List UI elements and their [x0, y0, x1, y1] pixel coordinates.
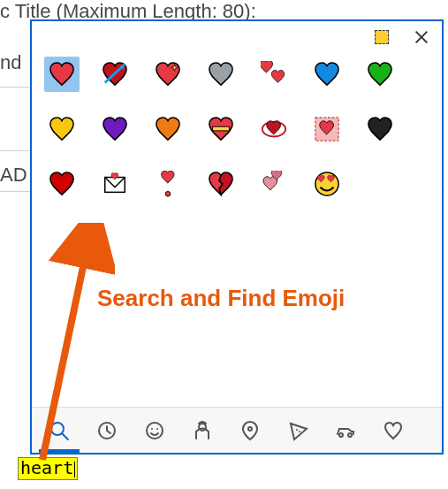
emoji-panel-titlebar — [32, 21, 442, 48]
emoji-yellow-heart[interactable] — [44, 111, 80, 147]
category-symbols[interactable] — [380, 413, 406, 448]
emoji-heavy-red-heart[interactable] — [44, 166, 80, 202]
svg-point-16 — [299, 431, 300, 432]
emoji-beating-heart[interactable] — [256, 111, 292, 147]
svg-line-19 — [42, 233, 90, 460]
selection-marker-icon — [375, 30, 389, 44]
svg-point-11 — [151, 428, 153, 430]
emoji-revolving-hearts[interactable] — [256, 57, 292, 92]
svg-point-5 — [165, 191, 171, 196]
svg-point-18 — [348, 433, 352, 437]
emoji-grey-heart[interactable] — [203, 57, 239, 92]
svg-point-10 — [147, 423, 163, 439]
svg-point-14 — [248, 427, 252, 431]
svg-rect-1 — [213, 126, 230, 131]
emoji-love-letter[interactable] — [97, 166, 133, 202]
annotation-arrow — [27, 223, 115, 470]
emoji-black-heart[interactable] — [362, 111, 398, 147]
emoji-heart-decoration[interactable] — [309, 111, 345, 147]
emoji-broken-heart[interactable] — [203, 166, 239, 202]
emoji-heart-with-arrow[interactable] — [97, 57, 133, 92]
emoji-orange-heart[interactable] — [150, 111, 186, 147]
svg-point-12 — [156, 428, 158, 430]
svg-point-15 — [296, 429, 298, 431]
emoji-green-heart[interactable] — [362, 57, 398, 92]
category-food[interactable] — [285, 413, 311, 448]
background-text: nd — [0, 51, 21, 74]
emoji-blue-heart[interactable] — [309, 57, 345, 92]
svg-point-17 — [339, 433, 343, 437]
emoji-heart-eyes-face[interactable] — [309, 166, 345, 202]
emoji-heart-with-ribbon[interactable] — [203, 111, 239, 147]
background-text: AD — [0, 164, 27, 187]
close-button[interactable] — [414, 29, 429, 45]
emoji-purple-heart[interactable] — [97, 111, 133, 147]
category-transport[interactable] — [332, 413, 359, 448]
emoji-two-hearts[interactable] — [256, 166, 292, 202]
emoji-sparkling-heart[interactable] — [150, 57, 186, 92]
annotation-label: Search and Find Emoji — [97, 285, 345, 312]
category-smileys[interactable] — [141, 413, 168, 448]
category-places[interactable] — [237, 413, 263, 448]
emoji-heavy-heart-exclamation[interactable] — [150, 166, 186, 202]
emoji-red-heart[interactable] — [44, 57, 80, 92]
category-people[interactable] — [189, 413, 216, 448]
